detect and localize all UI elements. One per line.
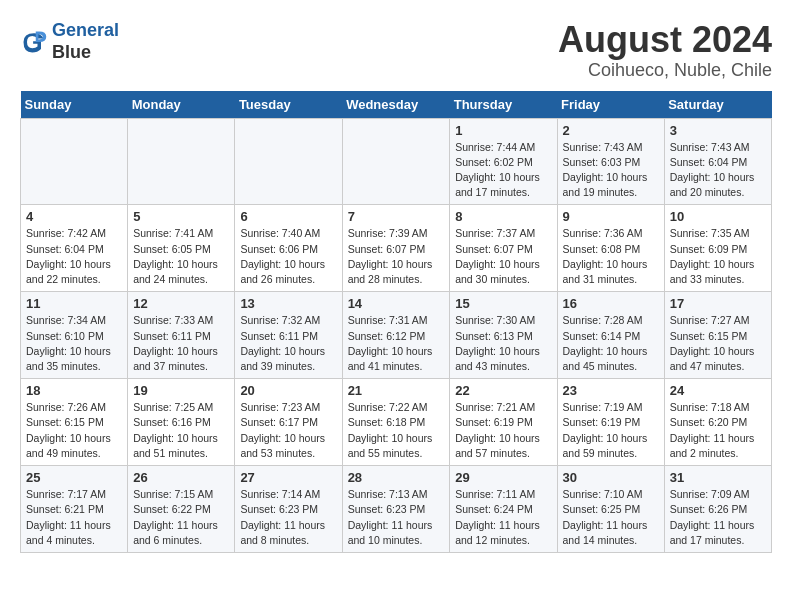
day-info: Sunrise: 7:41 AM Sunset: 6:05 PM Dayligh… xyxy=(133,226,229,287)
day-number: 10 xyxy=(670,209,766,224)
day-number: 19 xyxy=(133,383,229,398)
day-cell xyxy=(342,118,450,205)
day-cell: 2Sunrise: 7:43 AM Sunset: 6:03 PM Daylig… xyxy=(557,118,664,205)
day-info: Sunrise: 7:42 AM Sunset: 6:04 PM Dayligh… xyxy=(26,226,122,287)
weekday-header-friday: Friday xyxy=(557,91,664,119)
calendar-table: SundayMondayTuesdayWednesdayThursdayFrid… xyxy=(20,91,772,553)
day-cell xyxy=(128,118,235,205)
week-row-4: 18Sunrise: 7:26 AM Sunset: 6:15 PM Dayli… xyxy=(21,379,772,466)
day-number: 13 xyxy=(240,296,336,311)
weekday-row: SundayMondayTuesdayWednesdayThursdayFrid… xyxy=(21,91,772,119)
day-cell: 8Sunrise: 7:37 AM Sunset: 6:07 PM Daylig… xyxy=(450,205,557,292)
weekday-header-thursday: Thursday xyxy=(450,91,557,119)
day-number: 14 xyxy=(348,296,445,311)
day-cell: 14Sunrise: 7:31 AM Sunset: 6:12 PM Dayli… xyxy=(342,292,450,379)
page-header: General Blue August 2024 Coihueco, Nuble… xyxy=(20,20,772,81)
day-cell: 19Sunrise: 7:25 AM Sunset: 6:16 PM Dayli… xyxy=(128,379,235,466)
day-number: 27 xyxy=(240,470,336,485)
day-cell: 26Sunrise: 7:15 AM Sunset: 6:22 PM Dayli… xyxy=(128,466,235,553)
logo: General Blue xyxy=(20,20,119,63)
day-info: Sunrise: 7:17 AM Sunset: 6:21 PM Dayligh… xyxy=(26,487,122,548)
weekday-header-saturday: Saturday xyxy=(664,91,771,119)
day-number: 22 xyxy=(455,383,551,398)
day-number: 11 xyxy=(26,296,122,311)
day-number: 28 xyxy=(348,470,445,485)
day-number: 4 xyxy=(26,209,122,224)
day-info: Sunrise: 7:34 AM Sunset: 6:10 PM Dayligh… xyxy=(26,313,122,374)
day-cell: 13Sunrise: 7:32 AM Sunset: 6:11 PM Dayli… xyxy=(235,292,342,379)
day-number: 23 xyxy=(563,383,659,398)
day-info: Sunrise: 7:22 AM Sunset: 6:18 PM Dayligh… xyxy=(348,400,445,461)
day-info: Sunrise: 7:26 AM Sunset: 6:15 PM Dayligh… xyxy=(26,400,122,461)
day-cell: 20Sunrise: 7:23 AM Sunset: 6:17 PM Dayli… xyxy=(235,379,342,466)
logo-line1: General xyxy=(52,20,119,40)
logo-line2: Blue xyxy=(52,42,119,64)
day-info: Sunrise: 7:31 AM Sunset: 6:12 PM Dayligh… xyxy=(348,313,445,374)
day-number: 2 xyxy=(563,123,659,138)
day-cell: 1Sunrise: 7:44 AM Sunset: 6:02 PM Daylig… xyxy=(450,118,557,205)
day-info: Sunrise: 7:30 AM Sunset: 6:13 PM Dayligh… xyxy=(455,313,551,374)
weekday-header-monday: Monday xyxy=(128,91,235,119)
day-cell: 7Sunrise: 7:39 AM Sunset: 6:07 PM Daylig… xyxy=(342,205,450,292)
day-number: 15 xyxy=(455,296,551,311)
week-row-3: 11Sunrise: 7:34 AM Sunset: 6:10 PM Dayli… xyxy=(21,292,772,379)
day-info: Sunrise: 7:11 AM Sunset: 6:24 PM Dayligh… xyxy=(455,487,551,548)
day-cell: 4Sunrise: 7:42 AM Sunset: 6:04 PM Daylig… xyxy=(21,205,128,292)
day-cell: 24Sunrise: 7:18 AM Sunset: 6:20 PM Dayli… xyxy=(664,379,771,466)
day-number: 21 xyxy=(348,383,445,398)
day-info: Sunrise: 7:19 AM Sunset: 6:19 PM Dayligh… xyxy=(563,400,659,461)
day-cell xyxy=(21,118,128,205)
day-info: Sunrise: 7:15 AM Sunset: 6:22 PM Dayligh… xyxy=(133,487,229,548)
week-row-1: 1Sunrise: 7:44 AM Sunset: 6:02 PM Daylig… xyxy=(21,118,772,205)
day-cell xyxy=(235,118,342,205)
day-number: 9 xyxy=(563,209,659,224)
day-info: Sunrise: 7:36 AM Sunset: 6:08 PM Dayligh… xyxy=(563,226,659,287)
day-number: 17 xyxy=(670,296,766,311)
day-cell: 17Sunrise: 7:27 AM Sunset: 6:15 PM Dayli… xyxy=(664,292,771,379)
day-number: 16 xyxy=(563,296,659,311)
day-cell: 11Sunrise: 7:34 AM Sunset: 6:10 PM Dayli… xyxy=(21,292,128,379)
day-cell: 12Sunrise: 7:33 AM Sunset: 6:11 PM Dayli… xyxy=(128,292,235,379)
day-info: Sunrise: 7:37 AM Sunset: 6:07 PM Dayligh… xyxy=(455,226,551,287)
day-number: 29 xyxy=(455,470,551,485)
day-info: Sunrise: 7:43 AM Sunset: 6:04 PM Dayligh… xyxy=(670,140,766,201)
day-info: Sunrise: 7:33 AM Sunset: 6:11 PM Dayligh… xyxy=(133,313,229,374)
week-row-2: 4Sunrise: 7:42 AM Sunset: 6:04 PM Daylig… xyxy=(21,205,772,292)
day-info: Sunrise: 7:18 AM Sunset: 6:20 PM Dayligh… xyxy=(670,400,766,461)
weekday-header-wednesday: Wednesday xyxy=(342,91,450,119)
day-number: 30 xyxy=(563,470,659,485)
day-info: Sunrise: 7:14 AM Sunset: 6:23 PM Dayligh… xyxy=(240,487,336,548)
day-cell: 18Sunrise: 7:26 AM Sunset: 6:15 PM Dayli… xyxy=(21,379,128,466)
day-number: 8 xyxy=(455,209,551,224)
day-cell: 6Sunrise: 7:40 AM Sunset: 6:06 PM Daylig… xyxy=(235,205,342,292)
day-info: Sunrise: 7:23 AM Sunset: 6:17 PM Dayligh… xyxy=(240,400,336,461)
day-info: Sunrise: 7:25 AM Sunset: 6:16 PM Dayligh… xyxy=(133,400,229,461)
day-number: 31 xyxy=(670,470,766,485)
day-cell: 5Sunrise: 7:41 AM Sunset: 6:05 PM Daylig… xyxy=(128,205,235,292)
day-cell: 28Sunrise: 7:13 AM Sunset: 6:23 PM Dayli… xyxy=(342,466,450,553)
day-info: Sunrise: 7:13 AM Sunset: 6:23 PM Dayligh… xyxy=(348,487,445,548)
day-number: 12 xyxy=(133,296,229,311)
day-cell: 25Sunrise: 7:17 AM Sunset: 6:21 PM Dayli… xyxy=(21,466,128,553)
day-info: Sunrise: 7:32 AM Sunset: 6:11 PM Dayligh… xyxy=(240,313,336,374)
day-cell: 23Sunrise: 7:19 AM Sunset: 6:19 PM Dayli… xyxy=(557,379,664,466)
day-cell: 10Sunrise: 7:35 AM Sunset: 6:09 PM Dayli… xyxy=(664,205,771,292)
day-info: Sunrise: 7:28 AM Sunset: 6:14 PM Dayligh… xyxy=(563,313,659,374)
calendar-subtitle: Coihueco, Nuble, Chile xyxy=(558,60,772,81)
week-row-5: 25Sunrise: 7:17 AM Sunset: 6:21 PM Dayli… xyxy=(21,466,772,553)
calendar-header: SundayMondayTuesdayWednesdayThursdayFrid… xyxy=(21,91,772,119)
logo-icon xyxy=(20,28,48,56)
logo-text: General Blue xyxy=(52,20,119,63)
day-cell: 16Sunrise: 7:28 AM Sunset: 6:14 PM Dayli… xyxy=(557,292,664,379)
day-cell: 22Sunrise: 7:21 AM Sunset: 6:19 PM Dayli… xyxy=(450,379,557,466)
day-info: Sunrise: 7:44 AM Sunset: 6:02 PM Dayligh… xyxy=(455,140,551,201)
day-number: 25 xyxy=(26,470,122,485)
day-number: 20 xyxy=(240,383,336,398)
day-info: Sunrise: 7:40 AM Sunset: 6:06 PM Dayligh… xyxy=(240,226,336,287)
calendar-body: 1Sunrise: 7:44 AM Sunset: 6:02 PM Daylig… xyxy=(21,118,772,552)
day-cell: 3Sunrise: 7:43 AM Sunset: 6:04 PM Daylig… xyxy=(664,118,771,205)
weekday-header-sunday: Sunday xyxy=(21,91,128,119)
day-cell: 30Sunrise: 7:10 AM Sunset: 6:25 PM Dayli… xyxy=(557,466,664,553)
title-block: August 2024 Coihueco, Nuble, Chile xyxy=(558,20,772,81)
day-number: 5 xyxy=(133,209,229,224)
